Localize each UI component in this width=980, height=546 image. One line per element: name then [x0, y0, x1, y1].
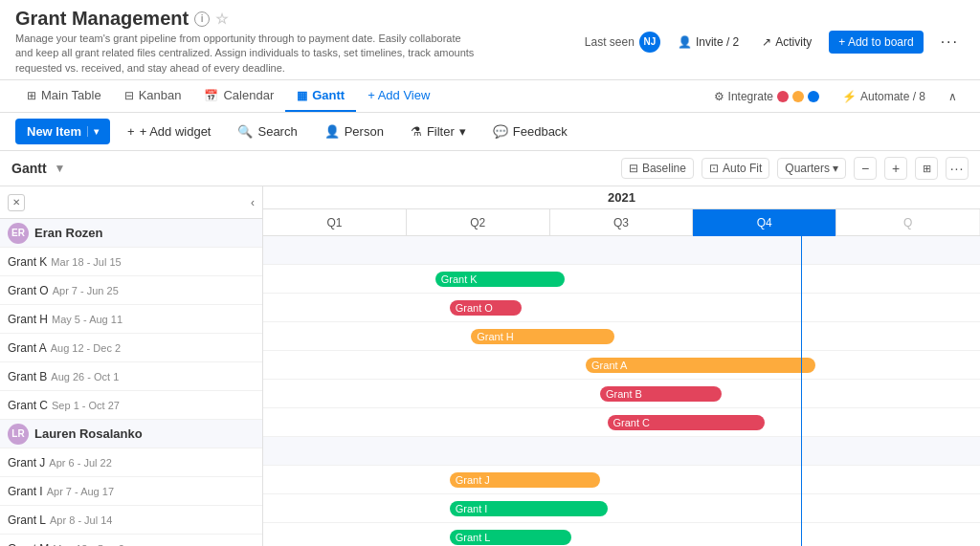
automate-button[interactable]: ⚡ Automate / 8 [835, 86, 933, 107]
avatar-eran: ER [8, 223, 29, 244]
auto-fit-label: Auto Fit [723, 162, 762, 175]
right-row-grant-l: Grant L [263, 523, 980, 546]
quarter-q5: Q [836, 209, 980, 236]
right-row-grant-j: Grant J [263, 466, 980, 494]
tab-main-table-label: Main Table [41, 88, 101, 102]
grant-a-name: Grant A [8, 341, 47, 355]
search-label: Search [257, 124, 297, 139]
grant-o-name: Grant O [8, 284, 49, 297]
tab-calendar[interactable]: 📅 Calendar [192, 80, 285, 112]
tab-kanban-label: Kanban [139, 88, 182, 102]
left-row-grant-h: Grant H May 5 - Aug 11 [0, 305, 262, 334]
gantt-area: Gantt ▼ ⊟ Baseline ⊡ Auto Fit Quarters ▾… [0, 151, 980, 546]
zoom-out-button[interactable]: − [854, 157, 877, 180]
person-name-eran: ER Eran Rozen [8, 223, 103, 244]
invite-icon: 👤 [678, 35, 692, 49]
bar-grant-h[interactable]: Grant H [471, 329, 614, 344]
invite-label: Invite / 2 [696, 35, 739, 49]
grant-i-name: Grant I [8, 485, 43, 498]
more-options-button[interactable]: ··· [935, 30, 965, 55]
right-row-grant-a: Grant A [263, 351, 980, 380]
gantt-filter-icon[interactable]: ▼ [55, 162, 66, 175]
star-icon[interactable]: ☆ [215, 11, 228, 28]
gantt-left-panel: ✕ ‹ ER Eran Rozen Grant K Mar 18 - Jul 1… [0, 186, 263, 546]
tab-gantt[interactable]: ▦ Gantt [285, 80, 356, 112]
tab-add-view[interactable]: + Add View [356, 80, 441, 112]
automate-label: Automate / 8 [860, 90, 925, 103]
bar-grant-b[interactable]: Grant B [600, 386, 722, 402]
grant-a-date: Aug 12 - Dec 2 [51, 342, 121, 354]
feedback-button[interactable]: 💬 Feedback [483, 120, 577, 143]
table-icon: ⊞ [27, 89, 36, 102]
bar-grant-l[interactable]: Grant L [450, 530, 571, 545]
gantt-title: Gantt [11, 161, 47, 176]
baseline-button[interactable]: ⊟ Baseline [621, 158, 694, 179]
left-row-grant-i: Grant I Apr 7 - Aug 17 [0, 477, 262, 506]
avatar-lauren: LR [8, 424, 29, 445]
left-row-grant-k: Grant K Mar 18 - Jul 15 [0, 248, 262, 276]
collapse-panel-button[interactable]: ‹ [251, 196, 255, 209]
integrate-icon: ⚙ [714, 90, 724, 103]
zoom-in-button[interactable]: + [884, 157, 907, 180]
tab-main-table[interactable]: ⊞ Main Table [15, 80, 113, 112]
integrate-button[interactable]: ⚙ Integrate [706, 86, 827, 107]
invite-button[interactable]: 👤 Invite / 2 [672, 32, 745, 53]
gantt-timeline-body: Grant K Grant O Grant H Grant A Grant B [263, 236, 980, 546]
person-row-lauren: LR Lauren Rosalanko [0, 420, 262, 448]
collapse-button[interactable]: ∧ [941, 86, 965, 107]
activity-button[interactable]: ↗ Activity [756, 32, 817, 53]
left-row-grant-c: Grant C Sep 1 - Oct 27 [0, 391, 262, 420]
grant-k-name: Grant K [8, 255, 47, 269]
nav-tabs: ⊞ Main Table ⊟ Kanban 📅 Calendar ▦ Gantt… [0, 80, 980, 113]
tab-kanban[interactable]: ⊟ Kanban [113, 80, 193, 112]
right-row-eran-header [263, 236, 980, 265]
left-row-grant-l: Grant L Apr 8 - Jul 14 [0, 506, 262, 535]
person-label: Person [345, 124, 384, 139]
app-title-area: Grant Management i ☆ [15, 8, 475, 30]
gantt-header-left: Gantt ▼ [11, 161, 65, 176]
grant-l-name: Grant L [8, 513, 46, 527]
bar-grant-i[interactable]: Grant I [450, 501, 608, 516]
quarter-q2: Q2 [407, 209, 550, 236]
last-seen: Last seen NJ [585, 32, 660, 53]
chevron-up-icon: ∧ [948, 90, 957, 103]
quarters-label: Quarters [785, 162, 830, 175]
gantt-icon: ▦ [297, 89, 307, 102]
lauren-name-label: Lauren Rosalanko [34, 426, 143, 441]
quarters-row: Q1 Q2 Q3 Q4 Q [263, 209, 980, 236]
gantt-timeline-header: 2021 Q1 Q2 Q3 Q4 Q [263, 186, 980, 236]
bar-grant-k[interactable]: Grant K [435, 272, 565, 287]
add-widget-label: + Add widget [140, 124, 212, 139]
left-row-grant-j: Grant J Apr 6 - Jul 22 [0, 448, 262, 477]
close-column-button[interactable]: ✕ [8, 194, 25, 211]
bar-grant-a[interactable]: Grant A [586, 358, 815, 373]
auto-fit-button[interactable]: ⊡ Auto Fit [702, 158, 769, 179]
search-button[interactable]: 🔍 Search [228, 120, 306, 143]
quarter-q1: Q1 [263, 209, 407, 236]
nav-right-actions: ⚙ Integrate ⚡ Automate / 8 ∧ [706, 86, 965, 107]
more-gantt-button[interactable]: ··· [946, 157, 969, 180]
auto-fit-icon: ⊡ [709, 162, 719, 175]
bar-grant-c[interactable]: Grant C [608, 415, 766, 430]
filter-icon: ⚗ [411, 124, 422, 139]
new-item-button[interactable]: New Item ▾ [15, 119, 110, 144]
quarters-select[interactable]: Quarters ▾ [777, 158, 846, 179]
circle-blue [808, 91, 819, 102]
add-widget-button[interactable]: + + Add widget [118, 120, 220, 143]
gantt-header-row: Gantt ▼ ⊟ Baseline ⊡ Auto Fit Quarters ▾… [0, 151, 980, 186]
grant-j-name: Grant J [8, 456, 45, 470]
search-icon: 🔍 [237, 124, 253, 139]
bar-grant-o[interactable]: Grant O [450, 300, 522, 316]
left-row-grant-a: Grant A Aug 12 - Dec 2 [0, 334, 262, 362]
screenshot-button[interactable]: ⊞ [915, 157, 938, 180]
baseline-icon: ⊟ [629, 162, 638, 175]
right-row-lauren-header [263, 437, 980, 466]
filter-button[interactable]: ⚗ Filter ▾ [401, 120, 476, 143]
quarter-q3: Q3 [550, 209, 694, 236]
eran-name-label: Eran Rozen [34, 226, 103, 240]
bar-grant-j[interactable]: Grant J [450, 472, 600, 488]
info-icon[interactable]: i [194, 11, 210, 27]
person-button[interactable]: 👤 Person [315, 120, 393, 143]
add-to-board-button[interactable]: + Add to board [829, 31, 923, 54]
toolbar: New Item ▾ + + Add widget 🔍 Search 👤 Per… [0, 113, 980, 151]
